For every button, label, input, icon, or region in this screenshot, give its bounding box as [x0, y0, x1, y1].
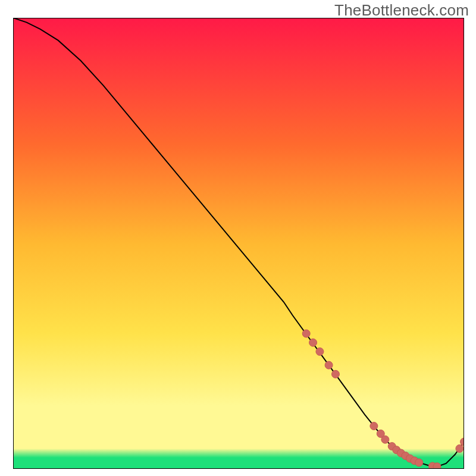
- data-marker: [331, 370, 339, 378]
- chart-svg: [13, 18, 464, 469]
- gradient-background: [13, 18, 464, 469]
- data-marker: [381, 436, 389, 443]
- watermark-text: TheBottleneck.com: [334, 1, 469, 20]
- chart-stage: TheBottleneck.com: [0, 0, 476, 476]
- data-marker: [456, 444, 464, 452]
- data-marker: [325, 361, 333, 369]
- data-marker: [370, 422, 378, 430]
- data-marker: [433, 463, 441, 469]
- data-marker: [415, 459, 423, 466]
- data-marker: [309, 339, 317, 346]
- data-marker: [316, 347, 324, 355]
- chart-plot-area: [13, 18, 464, 469]
- data-marker: [302, 330, 310, 337]
